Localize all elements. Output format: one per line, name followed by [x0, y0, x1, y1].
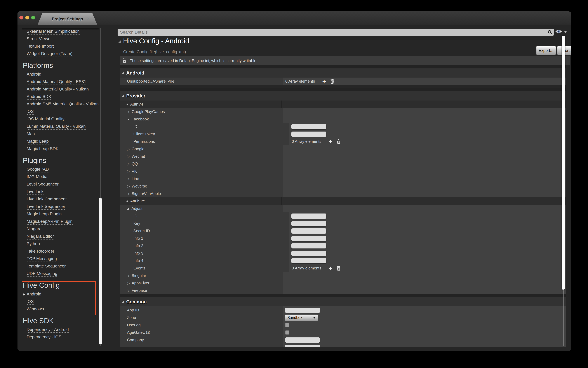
sidebar-item-template-sequencer[interactable]: Template Sequencer: [18, 263, 109, 270]
main-scrollbar-thumb[interactable]: [562, 36, 565, 290]
sidebar-item-ios-material-quality[interactable]: iOS Material Quality: [18, 116, 109, 123]
sidebar-item-skeletal-mesh-simplification[interactable]: Skeletal Mesh Simplification: [18, 28, 109, 36]
sidebar-item-python[interactable]: Python: [18, 240, 109, 248]
expand-arrow-icon[interactable]: ▷: [127, 155, 130, 158]
sidebar-item-texture-import[interactable]: Texture Import: [18, 43, 109, 50]
create-config-link[interactable]: Create Config file(hive_config.xml): [123, 50, 186, 54]
sidebar-item-android[interactable]: Android: [18, 71, 109, 78]
expand-arrow-icon[interactable]: ▷: [127, 274, 130, 277]
expand-arrow-icon[interactable]: ▷: [127, 192, 130, 195]
sidebar-item-android-sm5-material-quality-vulkan[interactable]: Android SM5 Material Quality - Vulkan: [18, 101, 109, 108]
row-label-cell: ▷Singular: [120, 272, 283, 279]
row-value-cell: [283, 190, 566, 197]
text-input-company[interactable]: [285, 337, 320, 343]
sidebar-item-magic-leap[interactable]: Magic Leap: [18, 138, 109, 145]
text-input-id[interactable]: [291, 213, 326, 219]
expand-arrow-icon[interactable]: ▷: [127, 170, 130, 173]
expand-arrow-icon[interactable]: ▷: [127, 110, 130, 114]
text-input-id[interactable]: [291, 124, 326, 129]
text-input-secret-id[interactable]: [291, 228, 326, 234]
view-options[interactable]: [555, 29, 567, 34]
sidebar-item-magicleaparpin-plugin[interactable]: MagicLeapARPin Plugin: [18, 218, 109, 226]
sidebar-item-label: Windows: [27, 307, 44, 312]
expand-arrow-icon[interactable]: ▷: [127, 184, 130, 188]
section-header-common[interactable]: Common: [120, 297, 566, 306]
property-label: Singular: [132, 273, 146, 278]
tab-project-settings[interactable]: Project Settings ×: [37, 13, 97, 25]
text-input-info-4[interactable]: [291, 258, 326, 263]
collapse-arrow-icon[interactable]: [127, 207, 129, 210]
chevron-down-icon[interactable]: [564, 31, 567, 33]
sidebar-item-udp-messaging[interactable]: UDP Messaging: [18, 270, 109, 278]
expand-arrow-icon[interactable]: [23, 293, 25, 296]
export-button[interactable]: Export...: [536, 46, 556, 55]
sidebar-item-img-media[interactable]: IMG Media: [18, 173, 109, 181]
checkbox-agegateu13[interactable]: [285, 331, 289, 335]
minimize-window-button[interactable]: [25, 16, 29, 19]
sidebar-item-take-recorder[interactable]: Take Recorder: [18, 248, 109, 255]
expand-arrow-icon[interactable]: ▷: [127, 147, 130, 151]
text-input-info-1[interactable]: [291, 236, 326, 241]
row-label-cell: Facebook: [120, 115, 283, 123]
sidebar-scrollbar-thumb[interactable]: [99, 198, 101, 344]
sidebar-item-lumin-material-quality-vulkan[interactable]: Lumin Material Quality - Vulkan: [18, 123, 109, 130]
zoom-window-button[interactable]: [31, 16, 35, 19]
sidebar-item-android-material-quality-vulkan[interactable]: Android Material Quality - Vulkan: [18, 86, 109, 93]
checkbox-uselog[interactable]: [285, 323, 289, 327]
search-input[interactable]: [118, 30, 548, 35]
trash-icon[interactable]: [330, 79, 334, 84]
expand-arrow-icon[interactable]: ▷: [127, 281, 130, 285]
expand-arrow-icon[interactable]: ▷: [127, 177, 130, 181]
sidebar-item-android-material-quality-es31[interactable]: Android Material Quality - ES31: [18, 78, 109, 86]
text-input[interactable]: [285, 345, 320, 347]
sidebar-item-mac[interactable]: Mac: [18, 130, 109, 138]
sidebar-item-tcp-messaging[interactable]: TCP Messaging: [18, 255, 109, 263]
sidebar-item-live-link-component[interactable]: Live Link Component: [18, 196, 109, 203]
add-element-icon[interactable]: +: [329, 139, 332, 145]
section-gap: [120, 294, 566, 297]
sidebar-item-niagara-editor[interactable]: Niagara Editor: [18, 233, 109, 240]
sidebar-item-dependency-android[interactable]: Dependency - Android: [18, 326, 109, 334]
collapse-arrow-icon[interactable]: [126, 200, 128, 202]
text-input-client-token[interactable]: [291, 131, 326, 137]
unlocked-padlock-icon[interactable]: [122, 58, 126, 64]
sidebar-item-magic-leap-plugin[interactable]: Magic Leap Plugin: [18, 211, 109, 218]
sidebar-item-windows[interactable]: Windows: [18, 306, 109, 313]
trash-icon[interactable]: [337, 139, 340, 144]
sidebar-item-struct-viewer[interactable]: Struct Viewer: [18, 36, 109, 43]
sidebar-item-label: Android: [27, 72, 41, 77]
row-qq: ▷QQ: [120, 160, 566, 168]
collapse-arrow-icon[interactable]: [118, 40, 121, 43]
add-element-icon[interactable]: +: [322, 78, 326, 84]
sidebar-item-live-link-sequencer[interactable]: Live Link Sequencer: [18, 203, 109, 211]
collapse-arrow-icon[interactable]: [127, 118, 129, 120]
sidebar-item-widget-designer-team[interactable]: Widget Designer (Team): [18, 50, 109, 58]
sidebar-item-magic-leap-sdk[interactable]: Magic Leap SDK: [18, 145, 109, 153]
expand-arrow-icon[interactable]: ▷: [127, 289, 130, 292]
sidebar-item-googlepad[interactable]: GooglePAD: [18, 166, 109, 173]
text-input-key[interactable]: [291, 221, 326, 226]
main-scrollbar-track[interactable]: [563, 290, 563, 346]
sidebar-item-ios[interactable]: iOS: [18, 298, 109, 306]
sidebar-item-level-sequencer[interactable]: Level Sequencer: [18, 181, 109, 188]
sidebar-item-ios[interactable]: iOS: [18, 108, 109, 116]
sidebar-item-android[interactable]: Android: [18, 291, 109, 298]
section-header-android[interactable]: Android: [120, 68, 566, 78]
collapse-arrow-icon[interactable]: [126, 103, 128, 105]
text-input-info-2[interactable]: [291, 243, 326, 248]
close-icon[interactable]: ×: [87, 17, 89, 21]
sidebar-item-dependency-ios[interactable]: Dependency - iOS: [18, 334, 109, 341]
titlebar[interactable]: Project Settings ×: [18, 11, 571, 25]
sidebar-item-niagara[interactable]: Niagara: [18, 226, 109, 233]
trash-icon[interactable]: [337, 266, 340, 271]
section-header-provider[interactable]: Provider: [120, 92, 566, 101]
text-input-info-3[interactable]: [291, 251, 326, 256]
text-input-app-id[interactable]: [285, 308, 320, 313]
close-window-button[interactable]: [19, 16, 23, 19]
row-label-cell: Client Token: [120, 130, 289, 138]
add-element-icon[interactable]: +: [329, 265, 332, 271]
sidebar-item-android-sdk[interactable]: Android SDK: [18, 93, 109, 101]
expand-arrow-icon[interactable]: ▷: [127, 162, 130, 166]
sidebar-item-live-link[interactable]: Live Link: [18, 188, 109, 196]
zone-select[interactable]: Sandbox: [285, 314, 318, 321]
